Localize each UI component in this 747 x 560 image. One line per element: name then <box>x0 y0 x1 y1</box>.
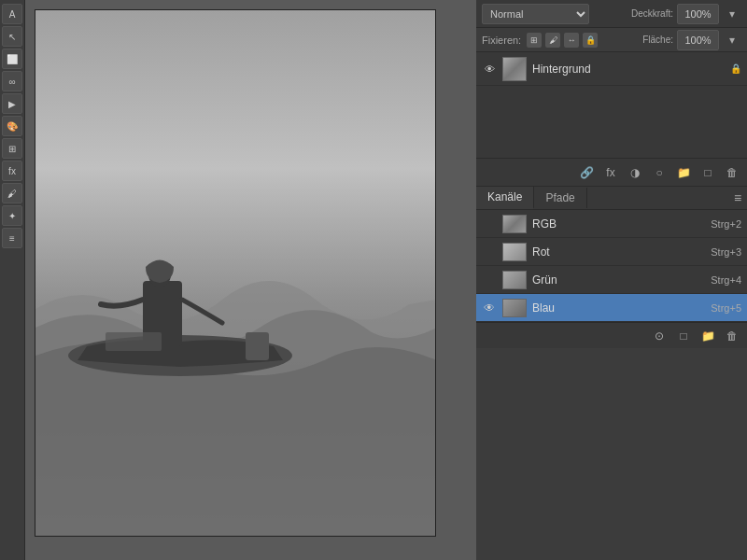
layer-thumbnail <box>502 57 527 81</box>
layer-mask-btn[interactable]: ○ <box>650 163 669 182</box>
layer-folder-btn[interactable]: 📁 <box>674 163 693 182</box>
channel-rgb-thumb <box>502 215 527 233</box>
channel-new-btn[interactable]: □ <box>674 327 693 345</box>
canvas-image-content <box>35 10 435 536</box>
tool-paint[interactable]: 🖌 <box>2 183 22 203</box>
tool-color[interactable]: 🎨 <box>2 116 22 136</box>
fix-brush-icon[interactable]: 🖌 <box>545 33 560 48</box>
channel-rgb-shortcut: Strg+2 <box>711 218 741 230</box>
fix-lock-icon[interactable]: 🔒 <box>583 33 598 48</box>
opacity-input[interactable] <box>677 4 719 24</box>
blend-mode-select[interactable]: Normal <box>482 4 589 24</box>
layer-link-btn[interactable]: 🔗 <box>577 163 596 182</box>
tab-pfade[interactable]: Pfade <box>534 188 586 208</box>
channel-rot-name: Rot <box>532 245 705 259</box>
svg-rect-4 <box>246 332 269 360</box>
channel-list: RGB Strg+2 Rot Strg+3 <box>476 210 747 322</box>
channel-gruen-name: Grün <box>532 273 705 287</box>
tool-lasso[interactable]: ∞ <box>2 71 22 91</box>
channel-folder-btn[interactable]: 📁 <box>698 327 717 345</box>
layer-list: 👁 Hintergrund 🔒 <box>476 52 747 158</box>
channel-rot-shortcut: Strg+3 <box>711 246 741 258</box>
fix-transform-icon[interactable]: ↔ <box>564 33 579 48</box>
layers-section: Normal Deckkraft: ▾ Fixieren: ⊞ 🖌 ↔ 🔒 <box>476 0 747 187</box>
panel-tabs: Kanäle Pfade ≡ <box>476 187 747 210</box>
channel-gruen-shortcut: Strg+4 <box>711 274 741 286</box>
tool-marquee[interactable]: ⬜ <box>2 49 22 69</box>
layer-visibility-icon[interactable]: 👁 <box>482 62 497 77</box>
opacity-section: Deckkraft: ▾ <box>631 4 741 24</box>
panel-menu-btn[interactable]: ≡ <box>728 189 747 207</box>
fix-label: Fixieren: <box>482 35 521 46</box>
channel-selection-btn[interactable]: ⊙ <box>650 327 669 345</box>
tool-extra[interactable]: ≡ <box>2 228 22 248</box>
channel-item-blau[interactable]: 👁 Blau Strg+5 <box>476 294 747 322</box>
tool-play[interactable]: ▶ <box>2 93 22 114</box>
canvas-image <box>35 9 436 537</box>
main-layout: A ↖ ⬜ ∞ ▶ 🎨 ⊞ fx 🖌 ✦ ≡ <box>0 0 747 560</box>
tool-fx[interactable]: fx <box>2 161 22 181</box>
fix-icons: ⊞ 🖌 ↔ 🔒 <box>527 33 598 48</box>
layer-lock-icon: 🔒 <box>730 63 741 74</box>
tool-move[interactable]: ↖ <box>2 26 22 47</box>
channel-blau-name: Blau <box>532 301 705 315</box>
right-panel: Normal Deckkraft: ▾ Fixieren: ⊞ 🖌 ↔ 🔒 <box>476 0 747 560</box>
channel-blau-thumb <box>502 299 527 317</box>
tab-kanale[interactable]: Kanäle <box>476 187 534 209</box>
channel-gruen-eye[interactable] <box>482 273 497 287</box>
layer-fx-btn[interactable]: fx <box>601 163 620 182</box>
channel-blau-shortcut: Strg+5 <box>711 302 741 314</box>
layer-adjustment-btn[interactable]: ◑ <box>626 163 644 182</box>
channels-bottom-toolbar: ⊙ □ 📁 🗑 <box>476 322 747 348</box>
channel-item-rot[interactable]: Rot Strg+3 <box>476 238 747 266</box>
flaeche-label: Fläche: <box>642 35 673 45</box>
canvas-svg <box>35 10 436 537</box>
channel-rgb-eye[interactable] <box>482 217 497 231</box>
channel-blau-eye[interactable]: 👁 <box>482 301 497 315</box>
channel-rgb-name: RGB <box>532 217 705 231</box>
opacity-label: Deckkraft: <box>631 8 673 19</box>
layer-delete-btn[interactable]: 🗑 <box>723 163 741 182</box>
layer-new-btn[interactable]: □ <box>698 163 717 182</box>
fix-position-icon[interactable]: ⊞ <box>527 33 542 48</box>
channel-item-rgb[interactable]: RGB Strg+2 <box>476 210 747 238</box>
channel-gruen-thumb <box>502 271 527 289</box>
layers-bottom-toolbar: 🔗 fx ◑ ○ 📁 □ 🗑 <box>476 158 747 186</box>
layer-name: Hintergrund <box>532 63 725 76</box>
flaeche-section: Fläche: ▾ <box>642 30 741 50</box>
svg-rect-5 <box>106 332 162 351</box>
opacity-dropdown-btn[interactable]: ▾ <box>723 5 741 23</box>
left-toolbar: A ↖ ⬜ ∞ ▶ 🎨 ⊞ fx 🖌 ✦ ≡ <box>0 0 25 560</box>
layers-header: Normal Deckkraft: ▾ <box>476 0 747 28</box>
channels-section: Kanäle Pfade ≡ RGB Strg+2 <box>476 187 747 560</box>
layer-item-hintergrund[interactable]: 👁 Hintergrund 🔒 <box>476 52 747 86</box>
channel-item-gruen[interactable]: Grün Strg+4 <box>476 266 747 294</box>
channel-delete-btn[interactable]: 🗑 <box>723 327 741 345</box>
channel-rot-eye[interactable] <box>482 245 497 259</box>
canvas-area <box>25 0 476 560</box>
tool-select[interactable]: ✦ <box>2 205 22 226</box>
tool-grid[interactable]: ⊞ <box>2 138 22 159</box>
fix-row: Fixieren: ⊞ 🖌 ↔ 🔒 Fläche: ▾ <box>476 28 747 52</box>
flaeche-input[interactable] <box>677 30 719 50</box>
tool-text[interactable]: A <box>2 4 22 24</box>
flaeche-dropdown-btn[interactable]: ▾ <box>723 31 741 49</box>
channel-rot-thumb <box>502 243 527 261</box>
